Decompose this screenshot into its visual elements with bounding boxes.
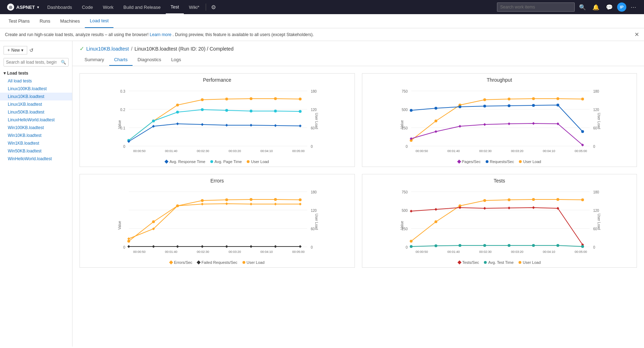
banner-close-icon[interactable]: ✕ — [634, 31, 639, 38]
svg-point-69 — [483, 105, 486, 108]
nav-item-wiki[interactable]: Wiki* — [184, 0, 204, 14]
svg-point-25 — [201, 108, 204, 111]
sidebar-item-linuxhello[interactable]: LinuxHelloWorld.loadtest — [0, 116, 72, 124]
svg-point-73 — [581, 130, 584, 133]
search-area: 🔍 🔔 💬 IP ⋯ — [219, 2, 640, 12]
sidebar-toolbar: + New ▾ ↺ — [0, 44, 72, 57]
chart-errors-title: Errors — [83, 178, 351, 184]
settings-icon[interactable]: ⚙ — [207, 4, 219, 11]
sub-item-load-test[interactable]: Load test — [85, 14, 114, 28]
sidebar-item-all-load-tests[interactable]: All load tests — [0, 77, 72, 85]
legend-avg-test-time-icon — [484, 261, 487, 264]
svg-marker-111 — [225, 202, 228, 205]
sidebar-item-win1[interactable]: Win1KB.loadtest — [0, 139, 72, 147]
svg-point-144 — [434, 220, 437, 223]
svg-point-68 — [458, 105, 461, 108]
svg-text:60: 60 — [311, 126, 315, 130]
learn-more-link[interactable]: Learn more — [150, 32, 171, 37]
nav-item-test[interactable]: Test — [166, 0, 184, 14]
svg-marker-116 — [152, 245, 155, 248]
sidebar-item-linux100[interactable]: Linux100KB.loadtest — [0, 85, 72, 93]
svg-text:0: 0 — [311, 145, 313, 149]
svg-point-161 — [458, 244, 461, 247]
svg-point-100 — [152, 220, 155, 223]
collapse-icon: ▾ — [4, 71, 6, 76]
breadcrumb-link[interactable]: Linux10KB.loadtest — [86, 46, 129, 52]
svg-text:0.2: 0.2 — [120, 108, 125, 112]
chart-throughput-legend: Pages/Sec Requests/Sec User Load — [366, 157, 633, 164]
svg-text:120: 120 — [593, 209, 599, 213]
section-label: Load tests — [7, 71, 28, 76]
new-button[interactable]: + New ▾ — [4, 46, 27, 54]
chat-icon[interactable]: 💬 — [604, 4, 615, 11]
sub-item-machines[interactable]: Machines — [55, 14, 85, 28]
nav-item-build[interactable]: Build and Release — [118, 0, 166, 14]
sidebar-item-linux50[interactable]: Linux50KB.loadtest — [0, 108, 72, 116]
svg-point-26 — [225, 109, 228, 112]
content-area: ✓ Linux10KB.loadtest / Linux10KB.loadtes… — [72, 41, 644, 347]
nav-item-work[interactable]: Work — [98, 0, 118, 14]
svg-point-16 — [176, 104, 179, 106]
svg-text:00:00:50: 00:00:50 — [415, 250, 428, 254]
svg-point-59 — [434, 120, 437, 122]
svg-point-106 — [299, 198, 301, 201]
legend-errors-icon — [169, 260, 173, 264]
svg-marker-112 — [250, 203, 252, 205]
legend-requests-sec: Requests/Sec — [486, 160, 514, 164]
legend-tests-sec-label: Tests/Sec — [462, 260, 479, 265]
legend-errors-sec: Errors/Sec — [170, 260, 192, 265]
sidebar-item-winhello[interactable]: WinHelloWorld.loadtest — [0, 155, 72, 163]
svg-point-65 — [581, 98, 584, 100]
svg-marker-117 — [176, 245, 179, 248]
nav-item-code[interactable]: Code — [77, 0, 98, 14]
nav-item-dashboards[interactable]: Dashboards — [42, 0, 77, 14]
legend-pages-sec: Pages/Sec — [458, 160, 481, 164]
svg-text:0.3: 0.3 — [120, 89, 125, 93]
svg-marker-122 — [299, 245, 301, 248]
svg-text:0: 0 — [123, 245, 125, 249]
svg-point-63 — [532, 97, 535, 100]
breadcrumb-current: Linux10KB.loadtest (Run ID: 20) / Comple… — [135, 46, 234, 52]
logo-dropdown-icon[interactable]: ▾ — [37, 5, 39, 9]
svg-text:00:03:20: 00:03:20 — [229, 149, 241, 153]
chart-errors-legend: Errors/Sec Failed Requests/Sec User Load — [83, 258, 351, 265]
avatar[interactable]: IP — [617, 2, 626, 12]
sidebar-item-linux10[interactable]: Linux10KB.loadtest — [0, 93, 72, 100]
sidebar-search-input[interactable] — [4, 58, 59, 66]
svg-marker-152 — [434, 208, 437, 211]
svg-text:00:00:50: 00:00:50 — [133, 149, 146, 153]
svg-text:0: 0 — [311, 245, 313, 249]
svg-point-18 — [225, 98, 228, 100]
notification-icon[interactable]: 🔔 — [590, 4, 602, 11]
tab-charts[interactable]: Charts — [109, 54, 133, 66]
tab-diagnostics[interactable]: Diagnostics — [133, 54, 166, 66]
sidebar-item-win10[interactable]: Win10KB.loadtest — [0, 132, 72, 139]
banner-text: Create and run high-scale load tests, an… — [5, 32, 314, 37]
legend-avg-response-icon — [165, 160, 169, 163]
sub-item-runs[interactable]: Runs — [35, 14, 55, 28]
chart-tests-title: Tests — [366, 178, 633, 184]
svg-point-17 — [201, 98, 204, 101]
svg-text:120: 120 — [593, 108, 599, 112]
legend-user-load-perf-label: User Load — [251, 160, 269, 164]
logo-area[interactable]: ◎ ASPNET ▾ — [4, 4, 42, 11]
more-icon[interactable]: ⋯ — [628, 4, 638, 11]
sub-item-test-plans[interactable]: Test Plans — [4, 14, 35, 28]
svg-marker-33 — [201, 123, 204, 126]
sidebar-item-win100[interactable]: Win100KB.loadtest — [0, 124, 72, 132]
svg-marker-155 — [508, 207, 510, 209]
sidebar-item-win50[interactable]: Win50KB.loadtest — [0, 147, 72, 155]
legend-user-load-perf: User Load — [247, 160, 269, 164]
svg-text:User Load: User Load — [597, 214, 601, 230]
tab-summary[interactable]: Summary — [80, 54, 109, 66]
tab-logs[interactable]: Logs — [166, 54, 186, 66]
refresh-button[interactable]: ↺ — [29, 47, 34, 53]
breadcrumb-sep: / — [131, 46, 133, 52]
search-input[interactable] — [497, 2, 575, 12]
search-icon[interactable]: 🔍 — [577, 4, 588, 11]
sub-navigation: Test Plans Runs Machines Load test — [0, 14, 644, 28]
svg-text:60: 60 — [311, 227, 315, 231]
sidebar-section-header[interactable]: ▾ Load tests — [0, 69, 72, 77]
sidebar-item-linux1[interactable]: Linux1KB.loadtest — [0, 100, 72, 108]
legend-user-load-throughput: User Load — [519, 160, 541, 164]
